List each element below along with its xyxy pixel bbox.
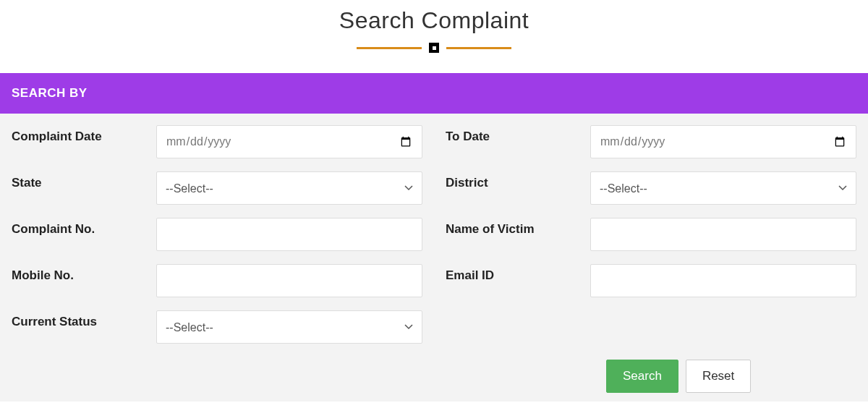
select-current-status[interactable]: --Select-- (156, 310, 422, 344)
panel-header: SEARCH BY (0, 73, 868, 114)
label-victim-name: Name of Victim (446, 218, 583, 237)
label-complaint-date: Complaint Date (12, 125, 149, 144)
label-email-id: Email ID (446, 264, 583, 283)
reset-button[interactable]: Reset (686, 360, 751, 393)
label-state: State (12, 171, 149, 190)
select-state[interactable]: --Select-- (156, 171, 422, 205)
input-complaint-no[interactable] (156, 218, 422, 251)
field-complaint-no: Complaint No. (12, 218, 422, 251)
label-to-date: To Date (446, 125, 583, 144)
label-mobile-no: Mobile No. (12, 264, 149, 283)
page-title: Search Complaint (0, 0, 868, 34)
field-to-date: To Date (446, 125, 856, 158)
divider-line-left (357, 47, 422, 49)
input-victim-name[interactable] (590, 218, 856, 251)
search-button[interactable]: Search (606, 360, 678, 393)
field-state: State --Select-- (12, 171, 422, 205)
field-mobile-no: Mobile No. (12, 264, 422, 297)
input-to-date[interactable] (590, 125, 856, 158)
field-district: District --Select-- (446, 171, 856, 205)
title-divider (0, 43, 868, 53)
divider-square-icon (429, 43, 439, 53)
label-district: District (446, 171, 583, 190)
field-email-id: Email ID (446, 264, 856, 297)
field-complaint-date: Complaint Date (12, 125, 422, 158)
field-victim-name: Name of Victim (446, 218, 856, 251)
input-mobile-no[interactable] (156, 264, 422, 297)
label-complaint-no: Complaint No. (12, 218, 149, 237)
button-row: Search Reset (12, 360, 856, 393)
search-form-panel: Complaint Date To Date State --Select-- … (0, 114, 868, 402)
label-current-status: Current Status (12, 310, 149, 329)
divider-line-right (446, 47, 511, 49)
field-current-status: Current Status --Select-- (12, 310, 422, 344)
input-email-id[interactable] (590, 264, 856, 297)
select-district[interactable]: --Select-- (590, 171, 856, 205)
input-complaint-date[interactable] (156, 125, 422, 158)
